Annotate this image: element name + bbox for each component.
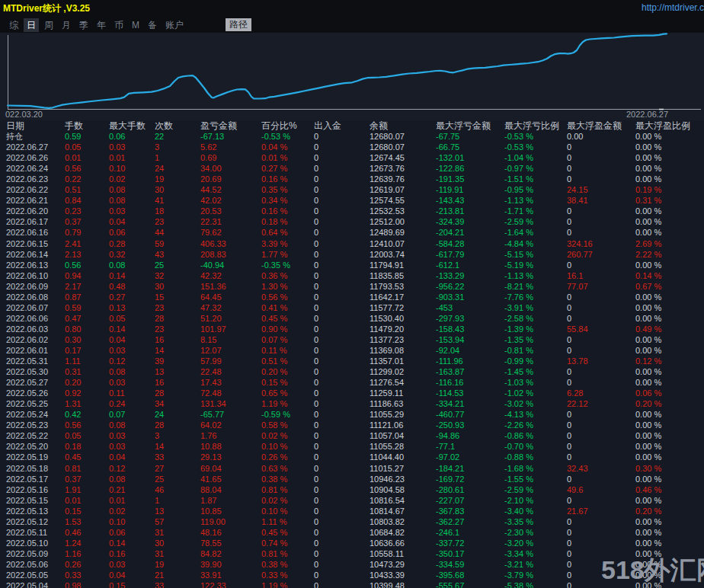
app-url-link[interactable]: http://mtdriver.cn [642,2,704,13]
table-row[interactable]: 2022.06.092.170.4830151.361.30 %011793.5… [0,281,704,292]
cell: -956.22 [436,281,504,292]
table-row[interactable]: 2022.06.010.170.031412.070.11 %011369.08… [0,345,704,356]
cell: -350.17 [436,548,504,559]
cell: 0.38 % [261,559,314,570]
cell: 2022.05.30 [6,366,65,377]
tab-备[interactable]: 备 [145,18,160,32]
tab-年[interactable]: 年 [94,18,109,32]
table-body: 持仓0.590.0622-67.13-0.53 %012680.07-67.75… [0,131,704,588]
cell: 0.00 % [635,538,704,548]
table-row[interactable]: 2022.05.161.910.214688.040.81 %010904.58… [0,484,704,495]
cell: 0.20 % [635,398,704,409]
cell: 0 [567,260,635,270]
cell: -334.59 [436,559,504,570]
table-row[interactable]: 2022.06.130.560.0825-40.94-0.35 %011794.… [0,260,704,270]
tab-日[interactable]: 日 [24,18,39,32]
cell: -903.31 [436,292,504,302]
table-row[interactable]: 2022.06.260.010.0110.690.01 %012674.45-1… [0,152,704,163]
tab-季[interactable]: 季 [76,18,91,32]
table-row[interactable]: 2022.06.020.300.04168.150.07 %011377.23-… [0,334,704,345]
cell: 0 [314,559,370,570]
cell: 0.08 [109,420,155,430]
cell: 0.15 [65,506,109,516]
tab-月[interactable]: 月 [59,18,74,32]
table-row[interactable]: 2022.06.210.840.084142.020.34 %012574.55… [0,195,704,206]
cell: -133.29 [436,270,504,281]
table-row[interactable]: 2022.05.230.560.082864.020.58 %011121.06… [0,420,704,430]
cell: 0.16 % [261,174,314,184]
cell: 48.16 [200,527,261,538]
table-row[interactable]: 2022.06.080.870.271564.450.56 %011642.17… [0,292,704,302]
table-row[interactable]: 2022.06.060.470.052851.200.45 %011530.40… [0,313,704,324]
cell: 2022.06.02 [6,334,65,345]
table-row[interactable]: 持仓0.590.0622-67.13-0.53 %012680.07-67.75… [0,131,704,142]
table-row[interactable]: 2022.05.251.310.2434131.341.19 %011186.6… [0,398,704,409]
table-row[interactable]: 2022.06.270.050.0335.620.04 %012680.07-6… [0,142,704,152]
path-button[interactable]: 路径 [226,18,251,31]
cell: 1 [155,152,200,163]
cell: 0.74 % [261,538,314,548]
table-row[interactable]: 2022.05.180.810.122769.040.63 %011015.27… [0,463,704,474]
cell: 3.39 % [261,238,314,249]
cell: -2.26 % [504,420,567,430]
cell: 0.07 % [261,334,314,345]
table-row[interactable]: 2022.05.050.330.042133.910.33 %010433.39… [0,570,704,580]
table-row[interactable]: 2022.06.030.800.1423101.970.90 %011479.2… [0,324,704,334]
tab-币[interactable]: 币 [111,18,126,32]
table-row[interactable]: 2022.05.220.050.0331.760.02 %011057.04-9… [0,430,704,441]
tab-账户[interactable]: 账户 [162,18,187,32]
table-row[interactable]: 2022.05.300.310.081322.480.20 %011299.02… [0,366,704,377]
tab-周[interactable]: 周 [41,18,56,32]
table-row[interactable]: 2022.05.091.160.163184.820.81 %010558.11… [0,548,704,559]
cell: 0 [314,281,370,292]
table-row[interactable]: 2022.05.240.420.0724-65.77-0.59 %011055.… [0,409,704,420]
table-row[interactable]: 2022.06.170.370.042322.310.18 %012512.00… [0,216,704,227]
table-row[interactable]: 2022.05.101.240.143078.550.74 %010636.66… [0,538,704,548]
cell: 2022.05.12 [6,516,65,527]
cell: -7.76 % [504,292,567,302]
table-row[interactable]: 2022.06.070.590.132347.320.41 %011577.72… [0,302,704,313]
table-row[interactable]: 2022.06.220.510.083044.520.35 %012619.07… [0,184,704,195]
table-row[interactable]: 2022.06.152.410.2859406.333.39 %012410.0… [0,238,704,249]
cell: -617.79 [436,249,504,260]
tab-M[interactable]: M [129,18,142,32]
tab-综[interactable]: 综 [6,18,21,32]
table-row[interactable]: 2022.05.190.450.043329.130.26 %011044.40… [0,452,704,462]
cell: -362.27 [436,516,504,527]
table-row[interactable]: 2022.05.260.920.112872.480.65 %011259.11… [0,388,704,398]
cell: 1.11 [65,356,109,366]
table-row[interactable]: 2022.05.150.010.0111.870.02 %010816.54-2… [0,495,704,506]
table-row[interactable]: 2022.05.170.370.082541.650.38 %010946.23… [0,474,704,484]
table-row[interactable]: 2022.06.142.130.3243208.831.77 %012003.7… [0,249,704,260]
table-row[interactable]: 2022.06.100.940.143242.320.36 %011835.85… [0,270,704,281]
cell: 0.02 [109,506,155,516]
equity-curve-svg [0,33,704,120]
table-row[interactable]: 2022.05.121.530.1057119.001.11 %010803.8… [0,516,704,527]
cell: 64.02 [200,420,261,430]
cell: 10558.11 [370,548,436,559]
table-row[interactable]: 2022.06.240.560.102434.000.27 %012673.76… [0,163,704,174]
cell: 10636.66 [370,538,436,548]
cell: -555.67 [436,580,504,588]
cell: 2022.06.21 [6,195,65,206]
table-row[interactable]: 2022.05.311.110.123957.990.51 %011357.01… [0,356,704,366]
table-row[interactable]: 2022.05.200.180.031410.880.10 %011055.28… [0,441,704,452]
cell: -3.35 % [504,516,567,527]
cell: 38.41 [567,195,635,206]
cell: 2.41 [65,238,109,249]
table-row[interactable]: 2022.06.160.790.064479.620.64 %012489.69… [0,227,704,238]
cell: 0.18 [65,441,109,452]
cell: -204.21 [436,227,504,238]
table-row[interactable]: 2022.05.110.460.063148.160.45 %010684.82… [0,527,704,538]
cell: -184.21 [436,463,504,474]
cell: 0 [314,516,370,527]
table-row[interactable]: 2022.05.040.980.1533122.331.19 %010399.4… [0,580,704,588]
cell: -116.16 [436,377,504,388]
table-row[interactable]: 2022.06.200.230.031820.530.16 %012532.53… [0,206,704,216]
table-row[interactable]: 2022.06.230.220.021920.690.16 %012639.76… [0,174,704,184]
table-row[interactable]: 2022.05.270.200.031617.430.15 %011276.54… [0,377,704,388]
table-row[interactable]: 2022.05.130.150.021310.850.10 %010814.67… [0,506,704,516]
table-row[interactable]: 2022.05.060.260.031939.900.38 %010473.29… [0,559,704,570]
cell: 11186.63 [370,398,436,409]
cell: 0.84 [65,195,109,206]
